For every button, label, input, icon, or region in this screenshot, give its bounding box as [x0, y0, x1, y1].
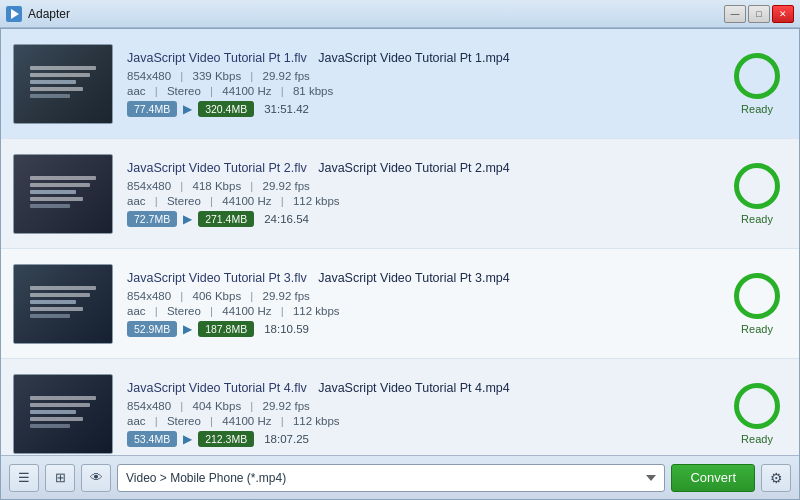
duration: 24:16.54 — [264, 213, 309, 225]
item-details: JavaScript Video Tutorial Pt 2.flv JavaS… — [127, 161, 717, 227]
settings-icon: ⚙ — [770, 470, 783, 486]
item-meta-audio: aac | Stereo | 44100 Hz | 81 kbps — [127, 85, 717, 97]
duration: 31:51.42 — [264, 103, 309, 115]
item-details: JavaScript Video Tutorial Pt 1.flv JavaS… — [127, 51, 717, 117]
audio-bitrate: 112 kbps — [293, 305, 340, 317]
item-details: JavaScript Video Tutorial Pt 4.flv JavaS… — [127, 381, 717, 447]
sample-rate: 44100 Hz — [222, 195, 271, 207]
status-label: Ready — [741, 103, 773, 115]
dest-size-badge: 187.8MB — [198, 321, 254, 337]
codec: aac — [127, 415, 146, 427]
thumb-view-button[interactable]: ⊞ — [45, 464, 75, 492]
info-view-button[interactable]: 👁 — [81, 464, 111, 492]
duration: 18:07.25 — [264, 433, 309, 445]
sample-rate: 44100 Hz — [222, 415, 271, 427]
status-label: Ready — [741, 323, 773, 335]
bitrate: 339 Kbps — [193, 70, 242, 82]
source-size-badge: 53.4MB — [127, 431, 177, 447]
source-size-badge: 77.4MB — [127, 101, 177, 117]
item-meta-audio: aac | Stereo | 44100 Hz | 112 kbps — [127, 305, 717, 317]
source-size-badge: 52.9MB — [127, 321, 177, 337]
format-select[interactable]: Video > Mobile Phone (*.mp4)Video > AVI … — [117, 464, 665, 492]
source-filename: JavaScript Video Tutorial Pt 2.flv — [127, 161, 307, 175]
status-indicator: Ready — [727, 163, 787, 225]
audio-bitrate: 81 kbps — [293, 85, 333, 97]
item-size-row: 72.7MB ▶ 271.4MB 24:16.54 — [127, 211, 717, 227]
sample-rate: 44100 Hz — [222, 305, 271, 317]
bitrate: 404 Kbps — [193, 400, 242, 412]
item-size-row: 53.4MB ▶ 212.3MB 18:07.25 — [127, 431, 717, 447]
thumbnail — [13, 44, 113, 124]
maximize-button[interactable]: □ — [748, 5, 770, 23]
duration: 18:10.59 — [264, 323, 309, 335]
bitrate: 406 Kbps — [193, 290, 242, 302]
source-size-badge: 72.7MB — [127, 211, 177, 227]
source-filename: JavaScript Video Tutorial Pt 3.flv — [127, 271, 307, 285]
window-title: Adapter — [28, 7, 724, 21]
channels: Stereo — [167, 195, 201, 207]
close-button[interactable]: ✕ — [772, 5, 794, 23]
info-icon: 👁 — [90, 470, 103, 485]
dest-filename: JavaScript Video Tutorial Pt 2.mp4 — [318, 161, 510, 175]
dest-size-badge: 212.3MB — [198, 431, 254, 447]
list-item[interactable]: JavaScript Video Tutorial Pt 4.flv JavaS… — [1, 359, 799, 455]
list-item[interactable]: JavaScript Video Tutorial Pt 1.flv JavaS… — [1, 29, 799, 139]
status-indicator: Ready — [727, 273, 787, 335]
fps: 29.92 fps — [263, 180, 310, 192]
fps: 29.92 fps — [263, 70, 310, 82]
convert-button[interactable]: Convert — [671, 464, 755, 492]
thumbnail — [13, 374, 113, 454]
fps: 29.92 fps — [263, 290, 310, 302]
items-list[interactable]: JavaScript Video Tutorial Pt 1.flv JavaS… — [1, 29, 799, 455]
list-icon: ☰ — [18, 470, 30, 485]
settings-button[interactable]: ⚙ — [761, 464, 791, 492]
item-meta-audio: aac | Stereo | 44100 Hz | 112 kbps — [127, 195, 717, 207]
bottombar: ☰ ⊞ 👁 Video > Mobile Phone (*.mp4)Video … — [1, 455, 799, 499]
item-meta-video: 854x480 | 404 Kbps | 29.92 fps — [127, 400, 717, 412]
fps: 29.92 fps — [263, 400, 310, 412]
item-details: JavaScript Video Tutorial Pt 3.flv JavaS… — [127, 271, 717, 337]
codec: aac — [127, 85, 146, 97]
dest-filename: JavaScript Video Tutorial Pt 4.mp4 — [318, 381, 510, 395]
thumb-icon: ⊞ — [55, 470, 66, 485]
list-view-button[interactable]: ☰ — [9, 464, 39, 492]
titlebar: Adapter — □ ✕ — [0, 0, 800, 28]
item-title: JavaScript Video Tutorial Pt 3.flv JavaS… — [127, 271, 717, 285]
item-size-row: 77.4MB ▶ 320.4MB 31:51.42 — [127, 101, 717, 117]
app-icon — [6, 6, 22, 22]
resolution: 854x480 — [127, 290, 171, 302]
dest-filename: JavaScript Video Tutorial Pt 3.mp4 — [318, 271, 510, 285]
status-ring — [734, 53, 780, 99]
status-label: Ready — [741, 433, 773, 445]
codec: aac — [127, 305, 146, 317]
channels: Stereo — [167, 415, 201, 427]
main-window: JavaScript Video Tutorial Pt 1.flv JavaS… — [0, 28, 800, 500]
source-filename: JavaScript Video Tutorial Pt 1.flv — [127, 51, 307, 65]
item-meta-video: 854x480 | 418 Kbps | 29.92 fps — [127, 180, 717, 192]
audio-bitrate: 112 kbps — [293, 195, 340, 207]
item-meta-video: 854x480 | 406 Kbps | 29.92 fps — [127, 290, 717, 302]
status-indicator: Ready — [727, 383, 787, 445]
minimize-button[interactable]: — — [724, 5, 746, 23]
item-meta-audio: aac | Stereo | 44100 Hz | 112 kbps — [127, 415, 717, 427]
list-item[interactable]: JavaScript Video Tutorial Pt 3.flv JavaS… — [1, 249, 799, 359]
status-label: Ready — [741, 213, 773, 225]
audio-bitrate: 112 kbps — [293, 415, 340, 427]
thumbnail — [13, 154, 113, 234]
bitrate: 418 Kbps — [193, 180, 242, 192]
status-ring — [734, 273, 780, 319]
channels: Stereo — [167, 85, 201, 97]
thumbnail — [13, 264, 113, 344]
dest-size-badge: 271.4MB — [198, 211, 254, 227]
channels: Stereo — [167, 305, 201, 317]
dest-size-badge: 320.4MB — [198, 101, 254, 117]
item-meta-video: 854x480 | 339 Kbps | 29.92 fps — [127, 70, 717, 82]
sample-rate: 44100 Hz — [222, 85, 271, 97]
status-ring — [734, 383, 780, 429]
dest-filename: JavaScript Video Tutorial Pt 1.mp4 — [318, 51, 510, 65]
status-ring — [734, 163, 780, 209]
list-item[interactable]: JavaScript Video Tutorial Pt 2.flv JavaS… — [1, 139, 799, 249]
resolution: 854x480 — [127, 70, 171, 82]
content-area: JavaScript Video Tutorial Pt 1.flv JavaS… — [1, 29, 799, 455]
item-size-row: 52.9MB ▶ 187.8MB 18:10.59 — [127, 321, 717, 337]
